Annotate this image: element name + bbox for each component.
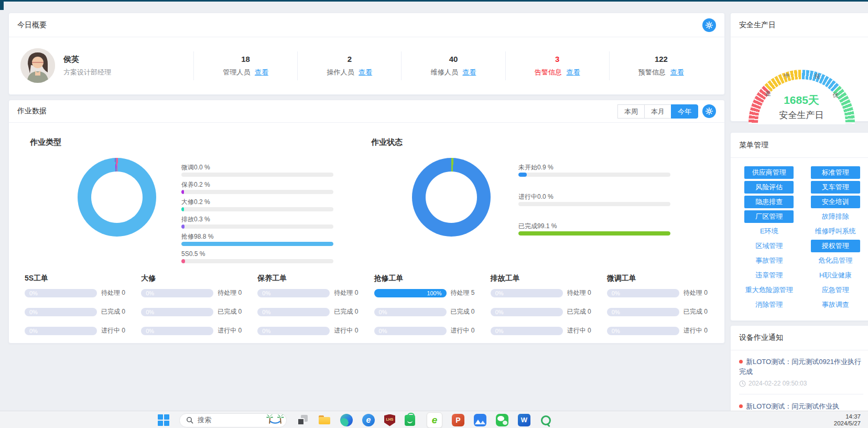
menu-item[interactable]: 应急管理 <box>822 284 849 296</box>
progress-pill: 0% <box>374 308 447 316</box>
stat-label: 维修人员 <box>431 68 458 76</box>
work-order-row-label: 待处理 0 <box>334 288 358 297</box>
work-order-row: 0% 已完成 0 <box>374 307 476 316</box>
edge-browser-icon[interactable] <box>340 414 353 426</box>
stat-value: 122 <box>610 55 713 63</box>
progress-pill: 0% <box>25 327 97 335</box>
progress-percent: 0% <box>262 328 270 334</box>
mountain-browser-icon[interactable] <box>474 414 486 426</box>
taskbar-clock[interactable]: 14:37 2024/5/27 <box>834 413 861 427</box>
task-view-icon[interactable] <box>296 414 309 426</box>
work-order-card: 大修 0% 待处理 0 <box>134 274 250 345</box>
menu-item[interactable]: 维修呼叫系统 <box>815 225 856 238</box>
menu-item[interactable]: H职业健康 <box>819 269 851 282</box>
menu-item[interactable]: 安全培训 <box>811 196 860 208</box>
work-order-row-label: 待处理 0 <box>101 288 125 297</box>
browser-360-active-icon[interactable]: e <box>427 412 442 428</box>
work-order-row: 0% 待处理 0 <box>607 288 709 297</box>
menu-cell: 事故调查 <box>802 297 868 312</box>
work-order-row: 0% 进行中 0 <box>257 326 359 335</box>
search-placeholder: 搜索 <box>198 415 262 425</box>
menu-item[interactable]: 隐患排查 <box>744 196 794 208</box>
work-order-row: 100% 待处理 5 <box>374 288 476 297</box>
period-tab[interactable]: 本月 <box>644 104 671 119</box>
menu-cell: 安全培训 <box>802 195 868 209</box>
progress-percent: 0% <box>612 290 620 296</box>
magnifier-icon <box>186 416 193 424</box>
stat-label: 告警信息 <box>535 68 562 76</box>
work-order-row: 0% 已完成 0 <box>141 307 243 316</box>
windows-start-button[interactable] <box>157 414 170 426</box>
menu-item[interactable]: E环境 <box>760 225 778 238</box>
notice-text-line: 新LOTO测试：闰元测试作业执 <box>739 401 863 411</box>
menu-cell: H职业健康 <box>802 268 868 283</box>
menu-item[interactable]: 厂区管理 <box>744 210 794 223</box>
word-icon[interactable]: W <box>518 414 530 426</box>
powerpoint-icon[interactable]: P <box>452 414 464 426</box>
progress-percent: 0% <box>612 328 620 334</box>
view-link[interactable]: 查看 <box>359 68 372 76</box>
safety-gauge-center-label: 安全生产日 <box>779 109 824 121</box>
menu-item[interactable]: 危化品管理 <box>818 254 852 267</box>
menu-item[interactable]: 违章管理 <box>755 269 783 282</box>
notice-item[interactable]: 新LOTO测试：闰元测试作业执 <box>739 401 863 411</box>
legend-bar-fill <box>181 207 184 211</box>
taskbar-search-box[interactable]: 搜索 <box>179 413 287 427</box>
menu-item[interactable]: 叉车管理 <box>811 181 860 194</box>
progress-pill: 0% <box>491 289 563 297</box>
wechat-icon[interactable] <box>496 414 508 426</box>
legend-bar-fill <box>518 173 527 177</box>
legend-label: 保养0.2 % <box>181 181 333 188</box>
panel-title-notices: 设备作业通知 <box>739 333 783 343</box>
lhs-app-icon[interactable]: LHS <box>384 414 395 426</box>
progress-pill: 0% <box>25 289 97 297</box>
ie-browser-icon[interactable]: e <box>362 414 375 426</box>
notice-item[interactable]: 新LOTO测试：闰元测试0921作业执行完成 2024-02-22 09:50:… <box>739 357 863 387</box>
work-order-card-title: 大修 <box>141 274 243 283</box>
view-link[interactable]: 查看 <box>567 68 580 76</box>
search-daily-image[interactable] <box>266 414 284 426</box>
menu-item[interactable]: 事故管理 <box>755 254 783 267</box>
menu-item[interactable]: 区域管理 <box>755 240 783 252</box>
work-order-row: 0% 已完成 0 <box>257 307 359 316</box>
legend-bar-track <box>181 207 333 211</box>
avatar[interactable] <box>20 48 55 83</box>
stat-label: 操作人员 <box>327 68 354 76</box>
menu-item[interactable]: 事故调查 <box>822 298 849 311</box>
menu-item[interactable]: 重大危险源管理 <box>745 284 793 296</box>
window-top-left-notch <box>0 2 4 10</box>
menu-item[interactable]: 标准管理 <box>811 166 860 179</box>
period-tab[interactable]: 本周 <box>617 104 645 119</box>
menu-item[interactable]: 风险评估 <box>744 181 794 194</box>
menu-cell: E环境 <box>736 224 802 239</box>
menu-item[interactable]: 供应商管理 <box>744 166 794 179</box>
legend-row: 已完成99.1 % <box>518 222 670 236</box>
view-link[interactable]: 查看 <box>255 68 268 76</box>
menu-item[interactable]: 故障排除 <box>822 210 849 223</box>
work-order-card-title: 5S工单 <box>25 274 126 283</box>
user-role: 方案设计部经理 <box>63 68 111 77</box>
gear-icon <box>706 22 713 29</box>
work-order-card: 抢修工单 100% 待处理 5 <box>367 274 483 345</box>
period-tab[interactable]: 今年 <box>671 104 698 119</box>
work-order-row-label: 进行中 0 <box>101 326 125 335</box>
magnifier-tool-icon[interactable] <box>540 415 551 426</box>
stat-block: 40 维修人员 查看 <box>401 51 505 80</box>
view-link[interactable]: 查看 <box>462 68 476 76</box>
app-store-icon[interactable] <box>405 414 417 426</box>
gauge-label-excellent: 优 <box>833 91 839 99</box>
view-link[interactable]: 查看 <box>670 68 684 76</box>
work-order-row: 0% 已完成 0 <box>491 307 592 316</box>
job-type-chart-title: 作业类型 <box>30 137 61 147</box>
work-order-row-label: 进行中 0 <box>334 326 358 335</box>
work-order-card: 排故工单 0% 待处理 0 <box>483 274 600 345</box>
menu-item[interactable]: 消除管理 <box>755 298 783 311</box>
file-explorer-icon[interactable] <box>318 414 331 426</box>
overview-settings-button[interactable] <box>702 18 716 32</box>
progress-percent: 100% <box>427 290 441 296</box>
jobs-settings-button[interactable] <box>702 104 716 118</box>
work-order-card: 保养工单 0% 待处理 0 <box>250 274 366 345</box>
legend-row: 5S0.5 % <box>181 250 333 263</box>
work-order-row: 0% 待处理 0 <box>491 288 592 297</box>
menu-item[interactable]: 授权管理 <box>811 240 860 252</box>
